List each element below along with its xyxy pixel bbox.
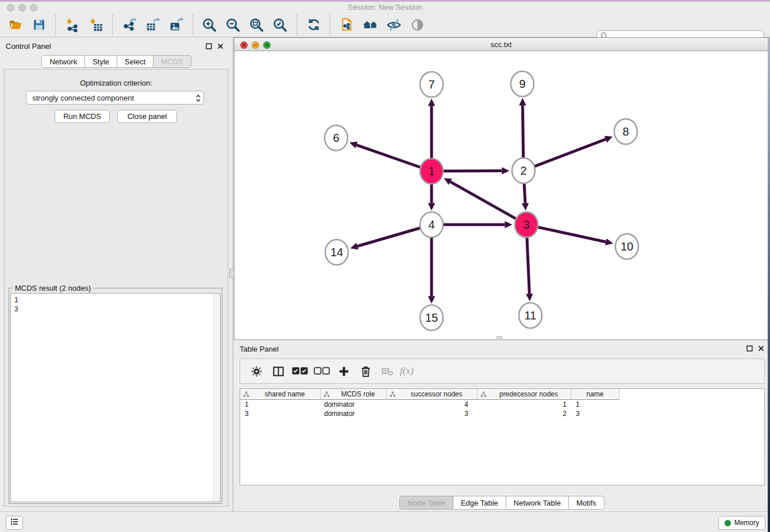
graph-node-10[interactable]: 10: [615, 234, 638, 259]
column-header-shared-name[interactable]: shared name: [240, 389, 321, 400]
mcds-tab-content: Optimization criterion: strongly connect…: [4, 69, 228, 507]
import-table-icon[interactable]: [85, 14, 106, 36]
close-table-panel-icon[interactable]: [757, 345, 764, 352]
main-toolbar: [0, 13, 770, 37]
open-session-icon[interactable]: [5, 14, 26, 36]
float-panel-icon[interactable]: [205, 43, 212, 49]
network-graph[interactable]: 7968124314101511: [234, 51, 768, 340]
tree-icon: [243, 391, 249, 398]
column-header-mcds-role[interactable]: MCDS role: [321, 389, 387, 400]
edge-4-14[interactable]: [351, 228, 421, 250]
zoom-out-icon[interactable]: [222, 14, 244, 36]
table-cell[interactable]: 3: [571, 410, 619, 418]
zoom-selected-icon[interactable]: [270, 14, 291, 36]
tab-mcds[interactable]: MCDS: [153, 55, 191, 68]
task-history-button[interactable]: [6, 516, 23, 530]
float-table-panel-icon[interactable]: [746, 345, 753, 352]
close-panel-button[interactable]: Close panel: [117, 110, 177, 123]
column-header-successor-nodes[interactable]: successor nodes: [387, 389, 478, 400]
table-cell[interactable]: dominator: [321, 400, 387, 408]
split-columns-icon[interactable]: [268, 361, 288, 381]
graph-node-6[interactable]: 6: [325, 125, 348, 151]
select-all-columns-icon[interactable]: [290, 361, 310, 381]
network-canvas[interactable]: 7968124314101511: [234, 51, 768, 340]
column-label: MCDS role: [330, 390, 386, 398]
graph-node-2[interactable]: 2: [512, 158, 535, 183]
graph-node-9[interactable]: 9: [511, 71, 534, 97]
network-window-titlebar[interactable]: scc.txt: [234, 38, 768, 51]
table-cell[interactable]: 4: [387, 400, 478, 408]
edge-1-7[interactable]: [428, 99, 435, 160]
network-view-window: scc.txt 7968124314101511: [234, 37, 768, 340]
mcds-result-text[interactable]: 1 3: [10, 293, 221, 502]
save-session-icon[interactable]: [28, 14, 49, 36]
export-table-icon[interactable]: [142, 14, 163, 36]
memory-button[interactable]: Memory: [718, 516, 765, 530]
table-cell[interactable]: 3: [240, 410, 321, 418]
zoom-fit-icon[interactable]: [246, 14, 267, 36]
edge-1-2[interactable]: [443, 167, 509, 174]
edge-4-3[interactable]: [444, 221, 513, 228]
graph-node-4[interactable]: 4: [420, 212, 443, 237]
add-column-icon[interactable]: [333, 361, 354, 381]
tree-icon: [390, 391, 396, 398]
graph-node-7[interactable]: 7: [420, 72, 443, 97]
splitter-handle[interactable]: [496, 336, 502, 340]
tab-node-table[interactable]: Node Table: [399, 496, 453, 510]
graph-node-3[interactable]: 3: [515, 212, 538, 237]
edge-3-11[interactable]: [526, 236, 533, 301]
tab-style[interactable]: Style: [84, 55, 117, 68]
table-row[interactable]: 1dominator411: [240, 400, 764, 409]
table-cell[interactable]: 1: [240, 400, 321, 408]
edge-2-9[interactable]: [519, 98, 526, 159]
edge-1-6[interactable]: [349, 142, 421, 168]
run-mcds-button[interactable]: Run MCDS: [55, 110, 110, 123]
node-label: 14: [330, 246, 343, 259]
graph-node-15[interactable]: 15: [420, 305, 443, 330]
table-cell[interactable]: 3: [387, 410, 478, 418]
refresh-icon[interactable]: [303, 14, 324, 36]
graph-node-14[interactable]: 14: [325, 240, 348, 265]
edge-2-8[interactable]: [534, 136, 613, 167]
table-cell[interactable]: 2: [478, 410, 571, 418]
edge-1-4[interactable]: [428, 183, 435, 211]
close-panel-icon[interactable]: [217, 43, 224, 49]
table-cell[interactable]: 1: [478, 400, 571, 408]
home-icon[interactable]: [360, 14, 381, 36]
show-graphics-details-icon: [407, 14, 428, 36]
result-scrollbar[interactable]: [213, 294, 220, 502]
toolbar-separator: [192, 14, 193, 35]
export-image-icon[interactable]: [165, 14, 187, 36]
column-label: shared name: [249, 390, 320, 398]
tab-edge-table[interactable]: Edge Table: [453, 496, 506, 510]
node-label: 7: [428, 78, 434, 91]
import-network-icon[interactable]: [61, 14, 83, 36]
delete-column-icon[interactable]: [355, 361, 376, 381]
deselect-all-columns-icon[interactable]: [311, 361, 332, 381]
table-cell[interactable]: 1: [571, 400, 619, 408]
graph-node-11[interactable]: 11: [519, 303, 542, 328]
export-network-icon[interactable]: [118, 14, 140, 36]
criterion-dropdown[interactable]: strongly connected component: [26, 91, 204, 105]
column-header-predecessor-nodes[interactable]: predecessor nodes: [478, 389, 571, 400]
gear-icon[interactable]: [246, 361, 267, 381]
tab-network[interactable]: Network: [41, 55, 85, 68]
graph-node-1[interactable]: 1: [420, 159, 443, 184]
criterion-value: strongly connected component: [32, 94, 134, 102]
table-cell[interactable]: dominator: [321, 410, 387, 418]
tab-select[interactable]: Select: [117, 55, 153, 68]
optimization-criterion-label: Optimization criterion:: [5, 79, 228, 87]
edge-3-10[interactable]: [538, 227, 613, 245]
edge-2-3[interactable]: [522, 182, 529, 210]
zoom-in-icon[interactable]: [199, 14, 220, 36]
edge-4-15[interactable]: [428, 237, 435, 304]
edge-3-1[interactable]: [444, 178, 516, 219]
graph-node-8[interactable]: 8: [614, 119, 637, 144]
tab-network-table[interactable]: Network Table: [506, 496, 569, 510]
node-table[interactable]: shared nameMCDS rolesuccessor nodesprede…: [240, 388, 765, 485]
tab-motifs[interactable]: Motifs: [568, 496, 605, 510]
hide-graphics-details-icon[interactable]: [383, 14, 405, 36]
duplicate-network-icon[interactable]: [336, 14, 357, 36]
table-row[interactable]: 3dominator323: [240, 409, 764, 418]
column-header-name[interactable]: name: [571, 389, 619, 400]
